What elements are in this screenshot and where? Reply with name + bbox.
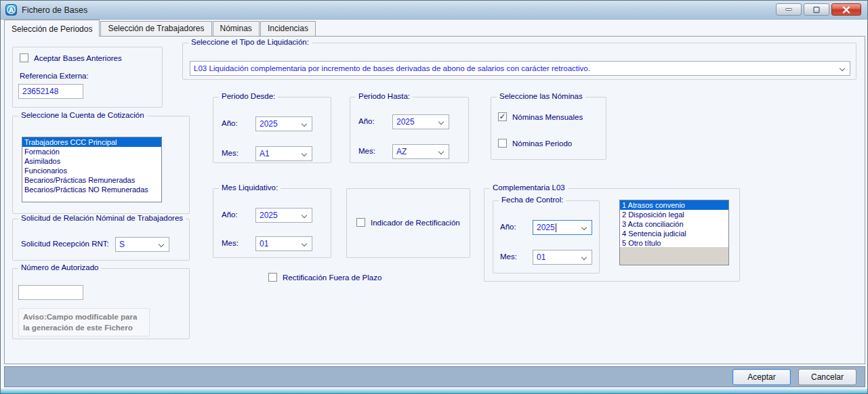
list-item[interactable]: Trabajadores CCC Principal — [22, 137, 161, 147]
tab-nominas[interactable]: Nóminas — [213, 21, 260, 36]
group-title: Fecha de Control: — [499, 196, 566, 204]
group-title: Solicitud de Relación Nóminal de Trabaja… — [18, 214, 186, 222]
svg-text:A: A — [9, 7, 14, 14]
group-cuenta-cotizacion: Seleccione la Cuenta de Cotización Traba… — [12, 116, 190, 214]
checkbox-label: Aceptar Bases Anteriores — [34, 54, 122, 62]
group-periodo-hasta: Periodo Hasta: Año: 2025 Mes: AZ — [350, 97, 469, 163]
list-item[interactable]: 1 Atrasos convenio — [620, 200, 728, 210]
causa-complementaria-listbox[interactable]: 1 Atrasos convenio 2 Disposición legal 3… — [619, 200, 729, 265]
window-controls — [776, 3, 861, 16]
list-item[interactable]: Formación — [22, 147, 161, 156]
anio-label: Año: — [222, 119, 238, 127]
group-title: Seleccione la Cuenta de Cotización — [18, 111, 147, 119]
minimize-icon — [785, 6, 793, 13]
checkbox-checked-icon — [498, 112, 507, 121]
checkbox-icon — [20, 53, 28, 62]
list-item[interactable]: 5 Otro título — [620, 238, 728, 248]
anio-label: Año: — [500, 223, 516, 231]
tab-seleccion-trabajadores[interactable]: Selección de Trabajadores — [100, 21, 211, 36]
group-title: Número de Autorizado — [18, 263, 101, 271]
list-item[interactable]: Asimilados — [22, 156, 161, 166]
chevron-down-icon — [438, 119, 444, 125]
list-item[interactable]: 4 Sentencia judicial — [620, 229, 728, 238]
footer-bar: Aceptar Cancelar — [4, 366, 865, 387]
checkbox-label: Nóminas Periodo — [512, 139, 572, 148]
list-item[interactable]: 2 Disposición legal — [620, 210, 728, 219]
maximize-icon — [812, 6, 821, 14]
group-title: Seleccione las Nóminas — [497, 92, 585, 100]
minimize-button[interactable] — [776, 3, 802, 16]
tipo-liquidacion-select[interactable]: L03 Liquidación complementaria por incre… — [190, 61, 850, 76]
chevron-down-icon — [840, 66, 845, 71]
mes-liquidativo-anio-select[interactable]: 2025 — [255, 208, 312, 223]
checkbox-icon — [356, 218, 365, 227]
chevron-down-icon — [581, 225, 587, 230]
group-seleccione-nominas: Seleccione las Nóminas Nóminas Mensuales… — [491, 97, 606, 160]
tab-page-seleccion-periodos: Aceptar Bases Anteriores Referencia Exte… — [4, 36, 865, 364]
mes-label: Mes: — [222, 149, 239, 157]
mes-liquidativo-mes-select[interactable]: 01 — [255, 236, 312, 251]
checkbox-indicador-rectificacion[interactable]: Indicador de Rectificación — [356, 218, 460, 227]
periodo-desde-anio-select[interactable]: 2025 — [255, 116, 312, 131]
chevron-down-icon — [302, 213, 307, 218]
group-title: Mes Liquidativo: — [219, 183, 281, 192]
group-tipo-liquidacion: Seleccione el Tipo de Liquidación: L03 L… — [182, 43, 856, 80]
list-item[interactable]: Becarios/Prácticas NO Remuneradas — [22, 185, 161, 194]
window-bottom-frame — [1, 387, 867, 393]
close-button[interactable] — [831, 3, 861, 16]
mes-label: Mes: — [358, 147, 375, 155]
solicitud-rnt-select[interactable]: S — [115, 237, 169, 252]
checkbox-icon — [498, 139, 507, 148]
app-icon: A — [5, 4, 17, 16]
text-cursor — [556, 223, 556, 232]
list-item[interactable]: Funcionarios — [22, 166, 161, 175]
chevron-down-icon — [302, 241, 307, 246]
periodo-hasta-mes-select[interactable]: AZ — [392, 144, 449, 159]
fecha-control-mes-select[interactable]: 01 — [533, 250, 592, 265]
chevron-down-icon — [438, 149, 444, 154]
maximize-button[interactable] — [804, 3, 829, 16]
cancelar-button[interactable]: Cancelar — [798, 369, 856, 385]
mes-label: Mes: — [500, 253, 517, 261]
tab-seleccion-periodos[interactable]: Selección de Periodos — [4, 20, 100, 37]
referencia-externa-label: Referencia Externa: — [20, 72, 89, 80]
solicitud-rnt-label: Solicitud Recepción RNT: — [21, 240, 109, 248]
periodo-hasta-anio-select[interactable]: 2025 — [392, 114, 449, 129]
group-mes-liquidativo: Mes Liquidativo: Año: 2025 Mes: 01 — [213, 188, 331, 258]
checkbox-label: Indicador de Rectificación — [371, 219, 460, 227]
checkbox-label: Nóminas Mensuales — [512, 113, 583, 121]
aviso-note: Aviso:Campo modificable para la generaci… — [18, 308, 150, 336]
periodo-desde-mes-select[interactable]: A1 — [255, 146, 312, 161]
list-item[interactable]: Becarios/Prácticas Remuneradas — [22, 175, 161, 185]
checkbox-nominas-periodo[interactable]: Nóminas Periodo — [498, 139, 572, 148]
group-title: Periodo Desde: — [219, 92, 278, 100]
close-icon — [842, 6, 850, 14]
aceptar-button[interactable]: Aceptar — [732, 369, 791, 385]
window-title: Fichero de Bases — [22, 5, 87, 15]
group-fecha-control: Fecha de Control: Año: 2025 Mes: 01 — [493, 200, 600, 273]
group-periodo-desde: Periodo Desde: Año: 2025 Mes: A1 — [213, 97, 331, 163]
checkbox-nominas-mensuales[interactable]: Nóminas Mensuales — [498, 112, 583, 121]
group-title: Complementaria L03 — [490, 183, 568, 192]
fecha-control-anio-select[interactable]: 2025 — [533, 220, 592, 235]
checkbox-icon — [268, 273, 277, 282]
group-solicitud-rnt: Solicitud de Relación Nóminal de Trabaja… — [12, 219, 190, 261]
mes-label: Mes: — [222, 239, 239, 247]
numero-autorizado-input[interactable] — [18, 285, 83, 300]
panel-indicador-rectificacion: Indicador de Rectificación — [346, 188, 470, 258]
checkbox-label: Rectificación Fuera de Plazo — [283, 273, 381, 282]
title-bar: A Fichero de Bases — [1, 1, 867, 20]
cuenta-cotizacion-listbox[interactable]: Trabajadores CCC Principal Formación Asi… — [22, 137, 162, 202]
checkbox-aceptar-bases-anteriores[interactable]: Aceptar Bases Anteriores — [20, 53, 122, 62]
referencia-externa-input[interactable] — [18, 84, 83, 99]
tab-incidencias[interactable]: Incidencias — [260, 21, 316, 36]
group-title: Seleccione el Tipo de Liquidación: — [188, 38, 312, 46]
chevron-down-icon — [302, 151, 307, 156]
chevron-down-icon — [581, 255, 587, 260]
group-numero-autorizado: Número de Autorizado Aviso:Campo modific… — [12, 268, 190, 339]
group-title: Periodo Hasta: — [356, 92, 413, 100]
group-bases-anteriores: Aceptar Bases Anteriores Referencia Exte… — [12, 47, 163, 108]
tab-strip: Selección de Periodos Selección de Traba… — [4, 20, 864, 36]
checkbox-rectificacion-fuera-plazo[interactable]: Rectificación Fuera de Plazo — [268, 273, 381, 282]
list-item[interactable]: 3 Acta conciliación — [620, 219, 728, 229]
